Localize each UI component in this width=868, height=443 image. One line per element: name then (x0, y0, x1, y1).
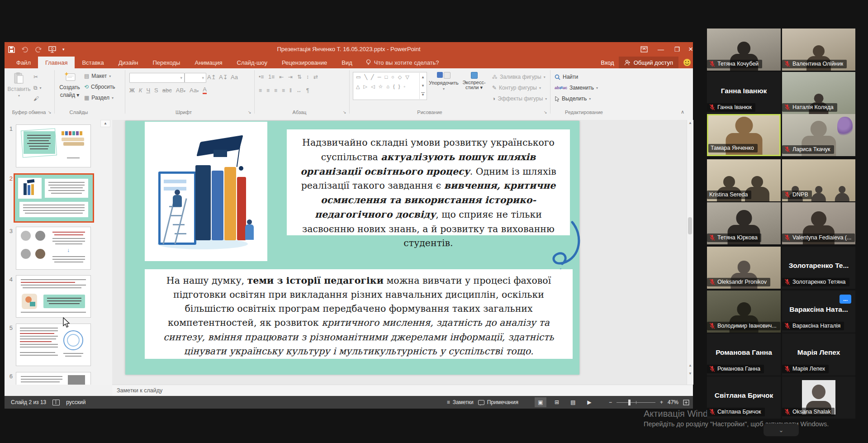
replace-button[interactable]: ab⇄ac Заменить▾ (555, 85, 598, 91)
participant-tile[interactable]: DNPB (782, 159, 855, 201)
participant-tile[interactable]: Тетяна Кочубей (707, 29, 781, 71)
ribbon-tab[interactable]: Дизайн (111, 57, 146, 68)
ribbon-mini-icon[interactable]: △ (356, 83, 360, 90)
change-case-button[interactable]: Аа▾ (190, 87, 199, 94)
ribbon-mini-icon[interactable]: ≡ (266, 87, 270, 94)
select-button[interactable]: Выделить▾ (555, 95, 591, 102)
slide-thumbnail-5[interactable] (16, 324, 91, 366)
ribbon-mini-icon[interactable]: ≡ (274, 87, 277, 94)
ribbon-mini-icon[interactable]: ☆ (378, 83, 383, 90)
ribbon-mini-icon[interactable]: ╱ (371, 74, 374, 81)
grow-font-icon[interactable]: А↥ (207, 74, 216, 81)
ribbon-mini-icon[interactable]: ⌂ (386, 83, 389, 90)
section-button[interactable]: ▦Раздел▾ (84, 95, 114, 101)
ribbon-tab[interactable]: Анимация (187, 57, 229, 68)
shrink-font-icon[interactable]: А↧ (219, 74, 228, 81)
language-indicator[interactable]: русский (66, 399, 85, 405)
slide-sorter-view-button[interactable]: ⊞ (551, 397, 563, 407)
cut-button[interactable]: ✂ (33, 74, 38, 80)
font-size-combo[interactable]: ▾ (185, 73, 206, 83)
slide-thumbnail-4[interactable] (16, 275, 91, 318)
feedback-smiley-icon[interactable] (683, 58, 691, 67)
copy-button[interactable]: ⧉▾ (33, 85, 42, 91)
ribbon-mini-icon[interactable]: ‖ (289, 87, 292, 94)
zoom-slider[interactable] (617, 402, 655, 403)
ribbon-mini-icon[interactable]: ¶ (306, 87, 309, 94)
format-painter-button[interactable]: 🖌︎ (33, 95, 39, 102)
italic-button[interactable]: К (139, 87, 142, 94)
participant-tile[interactable]: Лариса Ткачук (782, 114, 855, 156)
participant-tile[interactable]: Тетяна Юркова (707, 202, 781, 244)
arrange-button[interactable]: Упорядочить ▾ (430, 72, 458, 91)
ribbon-mini-icon[interactable]: ╲ (364, 74, 367, 81)
ribbon-mini-icon[interactable]: ⇤ (279, 74, 284, 80)
participant-tile[interactable]: Володимир Іванович... (707, 291, 781, 333)
participant-tile[interactable]: Марія ЛепехМарія Лепех (782, 333, 855, 376)
ribbon-mini-icon[interactable]: ○ (391, 74, 394, 81)
zoom-slider-thumb[interactable] (628, 400, 631, 405)
collapse-panel-button[interactable]: ⌄ (764, 424, 799, 436)
ribbon-mini-icon[interactable]: ⇄ (313, 74, 318, 80)
tell-me-box[interactable]: Что вы хотите сделать? (366, 57, 439, 68)
font-color-button[interactable]: А (203, 86, 207, 94)
ribbon-display-options-icon[interactable] (636, 44, 652, 55)
participant-tile[interactable]: Oleksandr Pronikov (707, 247, 781, 289)
ribbon-mini-icon[interactable]: ▭ (356, 74, 360, 81)
ribbon-mini-icon[interactable]: { (393, 83, 395, 90)
ribbon-tab[interactable]: Вставка (75, 57, 111, 68)
fit-to-window-icon[interactable] (683, 400, 689, 405)
quick-styles-button[interactable]: Экспресс-стили ▾ (460, 72, 488, 90)
slide-thumbnail-1[interactable] (16, 124, 91, 167)
ribbon-mini-icon[interactable]: ─ (378, 74, 381, 81)
shape-fill-button[interactable]: 🝆Заливка фигуры▾ (492, 74, 545, 80)
participant-tile[interactable]: Тамара Янченко (707, 114, 781, 156)
spellcheck-icon[interactable] (52, 400, 60, 405)
new-slide-button[interactable]: Создать слайд ▾ (58, 72, 81, 98)
paste-button[interactable]: Вставить ▾ (8, 72, 30, 98)
drawing-dialog-launcher-icon[interactable]: ↘ (544, 110, 547, 114)
ribbon-mini-icon[interactable]: ▽ (405, 74, 409, 81)
reset-button[interactable]: ⟲Сбросить (84, 84, 115, 90)
ribbon-mini-icon[interactable]: ↔ (296, 87, 302, 94)
ribbon-mini-icon[interactable]: ↕ (306, 74, 309, 80)
more-options-badge[interactable]: ... (840, 295, 851, 304)
scrollbar-up-icon[interactable]: ▲ (688, 121, 692, 125)
ribbon-mini-icon[interactable]: ⇥ (288, 74, 293, 80)
ribbon-tab[interactable]: Вид (334, 57, 360, 68)
strikethrough-button[interactable]: abc (162, 87, 172, 94)
shape-effects-button[interactable]: ◑Эффекты фигуры▾ (492, 95, 547, 102)
paragraph-dialog-launcher-icon[interactable]: ↘ (343, 110, 346, 114)
slide-scrollbar[interactable]: ▲ ▲ ▼ (687, 120, 693, 385)
participant-tile[interactable]: Kristina Sereda (707, 159, 781, 201)
zoom-in-button[interactable]: + (660, 399, 663, 405)
shapes-gallery-scroll[interactable]: ▲▼▼ (419, 73, 426, 99)
thumbnail-scroll-up-icon[interactable]: ▲ (100, 120, 110, 127)
reading-view-button[interactable]: ▤ (567, 397, 579, 407)
ribbon-tab[interactable]: Переходы (145, 57, 187, 68)
previous-slide-icon[interactable]: ▲ (688, 363, 692, 367)
ribbon-mini-icon[interactable]: ≡ (259, 87, 262, 94)
normal-view-button[interactable]: ▣ (535, 397, 546, 407)
participant-tile[interactable]: Світлана БричокСвітлана Бричок (707, 376, 781, 419)
slide-thumbnail-3[interactable]: ↓ (16, 227, 91, 270)
minimize-button[interactable]: — (653, 44, 669, 55)
ribbon-tab[interactable]: Рецензирование (275, 57, 334, 68)
clear-formatting-icon[interactable]: Аа (231, 74, 238, 81)
participant-tile[interactable]: Valentyna Fediaieva (... (782, 202, 855, 244)
next-slide-icon[interactable]: ▼ (688, 372, 692, 376)
ribbon-tab[interactable]: Слайд-шоу (230, 57, 275, 68)
comments-toggle[interactable]: Примечания (478, 399, 518, 405)
participant-tile[interactable]: Романова ГаннаРоманова Ганна (707, 333, 781, 376)
participant-tile[interactable]: Вараксіна Ната...Вараксіна Наталія... (782, 291, 855, 333)
ribbon-mini-icon[interactable]: } (398, 83, 400, 90)
ribbon-mini-icon[interactable]: 1≡ (268, 74, 275, 80)
collapse-ribbon-icon[interactable]: ∧ (681, 109, 684, 115)
underline-button[interactable]: Ч (146, 87, 150, 94)
shape-outline-button[interactable]: ✎Контур фигуры▾ (492, 85, 541, 91)
participant-tile[interactable]: Наталія Коляда (782, 72, 855, 114)
participant-tile[interactable]: Ганна ІванюкГанна Іванюк (707, 72, 781, 114)
ribbon-tab[interactable]: Файл (9, 57, 38, 68)
close-button[interactable]: × (683, 44, 698, 55)
bold-button[interactable]: Ж (129, 87, 135, 94)
ribbon-mini-icon[interactable]: □ (384, 74, 388, 81)
